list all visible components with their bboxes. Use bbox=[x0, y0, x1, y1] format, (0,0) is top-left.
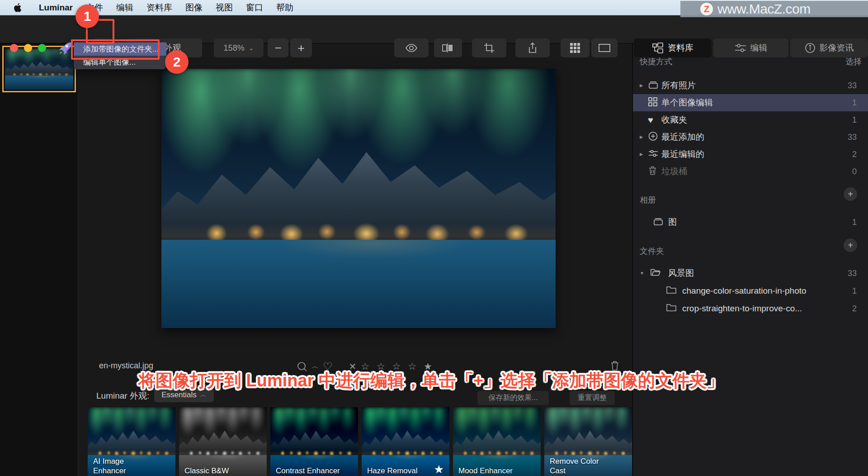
tab-library-label: 资料库 bbox=[668, 42, 693, 54]
tab-info-label: 影像资讯 bbox=[820, 42, 854, 54]
preset-haze-removal[interactable]: Haze Removal ★ bbox=[362, 407, 449, 476]
disclosure-right-icon[interactable]: ▶ bbox=[640, 152, 643, 157]
zoom-in-button[interactable]: + bbox=[290, 38, 312, 57]
preset-mood-enhancer[interactable]: Mood Enhancer bbox=[453, 407, 541, 476]
crop-icon bbox=[484, 43, 495, 53]
sliders-icon bbox=[735, 43, 746, 53]
compare-split-icon bbox=[442, 43, 454, 52]
zoom-level-dropdown[interactable]: 158% ⌄ bbox=[214, 38, 264, 57]
album-stack-icon bbox=[653, 217, 663, 228]
item-count: 33 bbox=[848, 269, 857, 278]
item-count: 1 bbox=[852, 98, 857, 108]
grid-four-icon bbox=[648, 97, 657, 108]
callout-step-1-badge: 1 bbox=[75, 5, 99, 28]
sidebar-item-label: 最近添加的 bbox=[661, 131, 704, 143]
menu-item-window[interactable]: 窗口 bbox=[246, 2, 263, 14]
sidebar-item-recently-added[interactable]: ▶ 最近添加的 33 bbox=[633, 129, 868, 146]
grid-view-icon bbox=[570, 43, 580, 53]
sidebar-item-single-image-edits[interactable]: 单个图像编辑 1 bbox=[633, 94, 868, 111]
sidebar-subfolder-crop-straighten[interactable]: crop-straighten-to-improve-co... 2 bbox=[633, 300, 868, 317]
share-button[interactable] bbox=[515, 38, 550, 57]
sidebar-subfolder-change-color[interactable]: change-color-saturation-in-photo 1 bbox=[633, 282, 868, 300]
sidebar-item-label: 单个图像编辑 bbox=[661, 97, 713, 109]
sidebar-item-label: 最近编辑的 bbox=[661, 148, 704, 160]
sidebar-item-label: 收藏夹 bbox=[661, 114, 687, 126]
tab-library[interactable]: 资料库 bbox=[634, 38, 712, 57]
preset-remove-color-cast[interactable]: Remove Color Cast bbox=[544, 407, 632, 476]
menu-app-name[interactable]: Luminar bbox=[39, 3, 73, 13]
preset-classic-bw[interactable]: Classic B&W bbox=[179, 407, 267, 476]
tutorial-annotation: 将图像打开到 Luminar 中进行编辑，单击「+」选择「添加带图像的文件夹」 bbox=[138, 369, 744, 392]
photos-stack-icon bbox=[648, 80, 658, 91]
compare-before-after-button[interactable] bbox=[434, 38, 462, 57]
add-album-button[interactable]: + bbox=[844, 187, 857, 201]
sidebar-item-label: 所有照片 bbox=[661, 80, 696, 91]
folders-section-title: 文件夹 bbox=[640, 246, 664, 257]
main-photo bbox=[161, 69, 556, 328]
preset-label: AI Image Enhancer bbox=[93, 457, 157, 476]
item-count: 1 bbox=[852, 218, 857, 227]
sidebar-folder-landscapes[interactable]: ▼ 风景图 33 bbox=[633, 265, 868, 282]
item-count: 33 bbox=[848, 81, 857, 90]
callout-step-2-badge: 2 bbox=[165, 50, 189, 74]
minus-icon: − bbox=[274, 41, 281, 55]
share-icon bbox=[528, 42, 538, 54]
sidebar-item-trash[interactable]: 垃圾桶 0 bbox=[633, 163, 868, 180]
tab-edit-label: 编辑 bbox=[750, 42, 768, 54]
single-image-view-button[interactable] bbox=[591, 38, 618, 57]
menu-item-library[interactable]: 资料库 bbox=[146, 2, 172, 14]
preset-label: Remove Color Cast bbox=[550, 457, 614, 476]
menu-item-help[interactable]: 帮助 bbox=[276, 2, 293, 14]
menu-item-image[interactable]: 图像 bbox=[185, 2, 203, 14]
sidebar-item-recently-edited[interactable]: ▶ 最近编辑的 2 bbox=[633, 146, 868, 163]
reset-adjustments-button[interactable]: 重置调整 bbox=[570, 391, 615, 405]
folder-icon bbox=[666, 304, 676, 314]
preset-label: Haze Removal bbox=[367, 466, 431, 476]
item-count: 1 bbox=[852, 115, 857, 125]
sidebar-album-item[interactable]: 图 1 bbox=[633, 214, 868, 231]
disclosure-right-icon[interactable]: ▶ bbox=[640, 83, 643, 88]
reset-adjustments-label: 重置调整 bbox=[578, 393, 607, 403]
disclosure-down-icon[interactable]: ▼ bbox=[640, 271, 644, 276]
sidebar-item-all-photos[interactable]: ▶ 所有照片 33 bbox=[633, 77, 868, 94]
apple-logo-icon[interactable] bbox=[14, 3, 23, 13]
tab-info[interactable]: 影像资讯 bbox=[790, 38, 868, 57]
preset-ai-image-enhancer[interactable]: AI Image Enhancer bbox=[88, 407, 175, 476]
save-new-look-label: 保存新的效果... bbox=[488, 393, 538, 403]
save-new-look-button[interactable]: 保存新的效果... bbox=[477, 391, 549, 405]
plus-circle-icon bbox=[648, 132, 658, 143]
plus-icon: + bbox=[848, 189, 853, 200]
item-count: 2 bbox=[852, 150, 857, 159]
preset-label: Classic B&W bbox=[184, 466, 249, 476]
tab-edit[interactable]: 编辑 bbox=[713, 38, 788, 57]
menu-item-edit[interactable]: 编辑 bbox=[116, 2, 133, 14]
close-window-button[interactable] bbox=[10, 44, 18, 52]
sidebar-item-favorites[interactable]: ♥ 收藏夹 1 bbox=[633, 111, 868, 129]
eye-icon bbox=[405, 43, 418, 52]
preset-label: Contrast Enhancer bbox=[276, 466, 340, 476]
quick-preview-button[interactable] bbox=[394, 38, 429, 57]
single-view-icon bbox=[598, 43, 611, 52]
albums-section-title: 相册 bbox=[640, 195, 656, 205]
chevron-down-icon: ⌄ bbox=[249, 44, 254, 52]
crop-tool-button[interactable] bbox=[472, 38, 506, 57]
favorite-star-icon[interactable]: ★ bbox=[434, 463, 444, 476]
watermark: Z www.MacZ.com bbox=[680, 1, 868, 17]
macz-logo-icon: Z bbox=[700, 3, 713, 15]
disclosure-right-icon[interactable]: ▶ bbox=[640, 134, 643, 139]
zoom-out-button[interactable]: − bbox=[268, 38, 288, 57]
minimize-window-button[interactable] bbox=[24, 44, 32, 52]
select-button[interactable]: 选择 bbox=[845, 56, 862, 67]
add-folder-button[interactable]: + bbox=[844, 238, 857, 252]
sidebar-item-label: crop-straighten-to-improve-co... bbox=[682, 304, 802, 314]
preset-contrast-enhancer[interactable]: Contrast Enhancer bbox=[270, 407, 358, 476]
menu-item-view[interactable]: 视图 bbox=[216, 2, 233, 14]
library-sidebar: 快捷方式 选择 ▶ 所有照片 33 单个图像编辑 1 ♥ 收藏夹 1 ▶ 最近添… bbox=[632, 43, 868, 476]
library-icon bbox=[652, 43, 664, 53]
gallery-grid-view-button[interactable] bbox=[561, 38, 590, 57]
main-canvas: en-mystical.jpg ︿ ♡ ✕ ☆ ☆ ☆ ☆ ★ 保存新的效果..… bbox=[78, 43, 632, 476]
item-count: 0 bbox=[852, 167, 857, 176]
zoom-window-button[interactable] bbox=[38, 44, 46, 52]
sidebar-item-label: 风景图 bbox=[668, 267, 694, 279]
plus-icon: + bbox=[848, 240, 853, 251]
